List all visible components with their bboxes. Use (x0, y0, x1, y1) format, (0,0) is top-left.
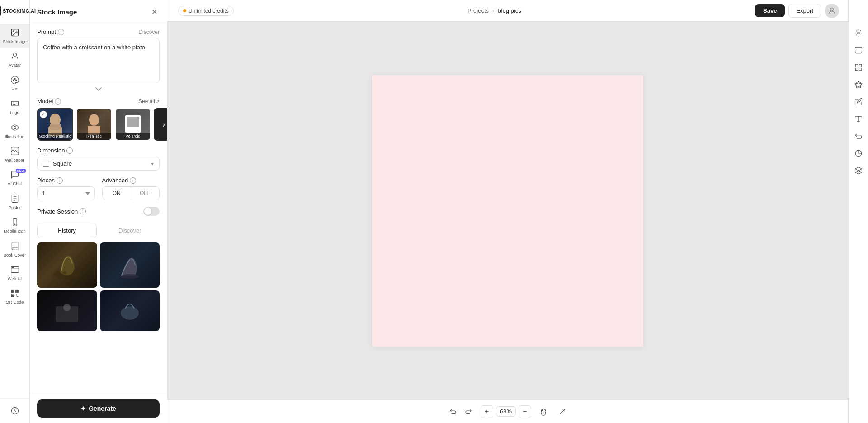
history-thumb-3[interactable] (37, 290, 97, 331)
sidebar-label-stock-image: Stock Image (3, 39, 27, 44)
right-grid-icon[interactable] (851, 60, 866, 75)
top-bar: Unlimited credits Projects › blog pics S… (167, 0, 848, 22)
model-info-icon[interactable]: i (55, 98, 61, 105)
pieces-select[interactable]: 1 2 4 (37, 186, 95, 200)
sidebar-item-illustration[interactable]: Illustration (0, 119, 29, 143)
sidebar-item-ai-chat[interactable]: AI Chat NEW (0, 166, 29, 190)
stock-image-panel: Stock Image ✕ Prompt i Discover Model (30, 0, 167, 423)
advanced-info-icon[interactable]: i (130, 177, 136, 184)
app-logo[interactable]: STOCKIMG.AI (0, 0, 29, 22)
history-thumb-2[interactable] (100, 242, 160, 288)
close-button[interactable]: ✕ (149, 6, 160, 17)
model-card-realistic[interactable]: Realistic (76, 108, 112, 141)
tab-history[interactable]: History (37, 223, 97, 238)
model-card-stocking-realistic[interactable]: ✓ Stocking Realistic (37, 108, 73, 141)
model-card-label-1: Stocking Realistic (38, 133, 72, 140)
export-button[interactable]: Export (788, 4, 821, 18)
logo-nav-icon (10, 99, 20, 109)
history-thumb-4[interactable] (100, 290, 160, 331)
credits-dot-icon (183, 9, 186, 12)
arrow-tool-button[interactable] (556, 405, 569, 418)
right-sidebar (848, 0, 868, 423)
credits-badge: Unlimited credits (178, 6, 234, 16)
prompt-info-icon[interactable]: i (58, 29, 64, 35)
private-session-label: Private Session i (37, 208, 86, 215)
tab-discover[interactable]: Discover (100, 223, 160, 238)
svg-rect-33 (127, 129, 139, 131)
zoom-out-button[interactable]: − (519, 405, 531, 418)
advanced-off-button[interactable]: OFF (131, 187, 159, 200)
svg-rect-28 (50, 124, 61, 130)
generate-button[interactable]: ✦ Generate (37, 399, 160, 418)
sidebar-item-mobile-icon[interactable]: Mobile Icon (0, 214, 29, 237)
sidebar-item-avatar[interactable]: Avatar (0, 48, 29, 71)
dimension-label: Dimension i (37, 147, 160, 154)
right-edit-icon[interactable] (851, 94, 866, 109)
panel-scroll-area: Prompt i Discover Model i See all > (30, 23, 167, 394)
sidebar-item-web-ui[interactable]: Web UI (0, 261, 29, 285)
right-settings-icon[interactable] (851, 25, 866, 41)
private-session-info-icon[interactable]: i (80, 208, 86, 214)
zoom-in-button[interactable]: + (481, 405, 493, 418)
stock-image-icon (10, 28, 20, 38)
zoom-value[interactable]: 69% (496, 406, 516, 417)
logo-icon (0, 5, 1, 17)
svg-rect-23 (16, 290, 18, 292)
pieces-section: Pieces i 1 2 4 (37, 177, 95, 200)
sidebar-nav: Stock Image Avatar Art Logo (0, 22, 29, 398)
svg-rect-44 (856, 52, 861, 53)
user-avatar[interactable] (825, 4, 839, 18)
redo-button[interactable] (462, 405, 475, 418)
sidebar-label-wallpaper: Wallpaper (5, 157, 24, 162)
sidebar-item-wallpaper[interactable]: Wallpaper (0, 143, 29, 166)
breadcrumb-projects[interactable]: Projects (467, 7, 489, 14)
svg-point-35 (62, 271, 67, 274)
top-bar-actions: Save Export (755, 4, 839, 18)
right-text-icon[interactable] (851, 111, 866, 127)
private-session-toggle[interactable] (143, 207, 160, 216)
advanced-on-button[interactable]: ON (103, 187, 131, 200)
svg-point-40 (830, 8, 834, 11)
pan-tool-button[interactable] (537, 405, 550, 418)
svg-rect-1 (0, 8, 0, 10)
right-layers2-icon[interactable] (851, 163, 866, 178)
svg-rect-3 (0, 11, 0, 14)
prompt-input[interactable] (37, 38, 160, 83)
see-all-link[interactable]: See all > (138, 98, 160, 105)
sidebar-item-qr-code[interactable]: QR Code (0, 285, 29, 308)
sidebar-item-art[interactable]: Art (0, 71, 29, 95)
history-thumb-1[interactable] (37, 242, 97, 288)
sidebar-item-stock-image[interactable]: Stock Image (0, 24, 29, 48)
right-undo-icon[interactable] (851, 128, 866, 144)
model-card-polaroid[interactable]: Polaroid (115, 108, 151, 141)
toggle-knob (144, 208, 151, 215)
history-icon (10, 406, 20, 416)
save-button[interactable]: Save (755, 4, 785, 17)
right-sticker-icon[interactable] (851, 146, 866, 161)
svg-marker-50 (855, 81, 862, 88)
svg-rect-22 (12, 290, 14, 292)
model-header-row: Model i See all > (37, 98, 160, 105)
undo-button[interactable] (446, 405, 460, 418)
dimension-select-row[interactable]: Square ▾ (37, 157, 160, 171)
right-layers-icon[interactable] (851, 43, 866, 58)
sidebar-item-logo[interactable]: Logo (0, 95, 29, 119)
expand-prompt-button[interactable] (37, 87, 160, 91)
sidebar-item-book-cover[interactable]: Book Cover (0, 238, 29, 261)
sparkle-icon: ✦ (80, 405, 86, 412)
sidebar-label-web-ui: Web UI (8, 276, 22, 281)
model-selected-check: ✓ (40, 111, 47, 118)
sidebar-item-history[interactable] (0, 402, 29, 419)
poster-icon (10, 194, 20, 204)
dimension-info-icon[interactable]: i (66, 147, 73, 154)
breadcrumb-separator: › (492, 7, 494, 14)
advanced-section: Advanced i ON OFF (102, 177, 160, 200)
discover-link[interactable]: Discover (138, 29, 160, 35)
sidebar-item-poster[interactable]: Poster (0, 190, 29, 214)
sidebar-label-book-cover: Book Cover (4, 252, 26, 257)
pieces-info-icon[interactable]: i (57, 177, 63, 184)
book-cover-icon (10, 241, 20, 251)
model-next-button[interactable]: › (154, 108, 167, 141)
right-shapes-icon[interactable] (851, 77, 866, 92)
sidebar-label-art: Art (12, 86, 17, 91)
